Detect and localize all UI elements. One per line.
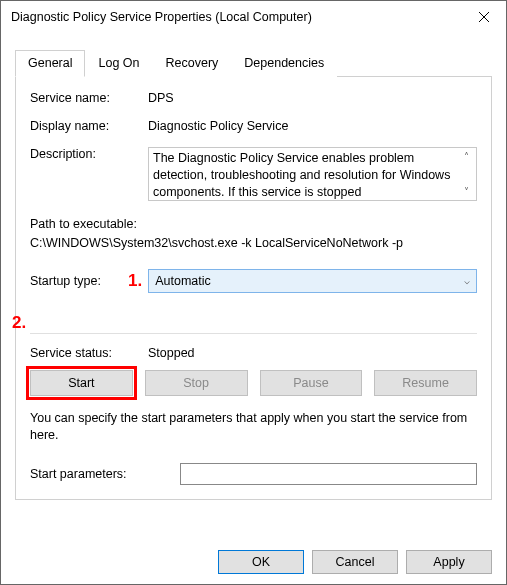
- startup-type-label: Startup type:: [30, 274, 128, 288]
- window-title: Diagnostic Policy Service Properties (Lo…: [11, 10, 461, 24]
- titlebar: Diagnostic Policy Service Properties (Lo…: [1, 1, 506, 33]
- service-status-value: Stopped: [148, 346, 195, 360]
- path-value: C:\WINDOWS\System32\svchost.exe -k Local…: [30, 234, 477, 253]
- close-icon: [479, 12, 489, 22]
- scroll-down-icon[interactable]: ˅: [459, 185, 474, 199]
- start-params-hint: You can specify the start parameters tha…: [30, 410, 477, 445]
- chevron-down-icon: ⌵: [464, 275, 470, 286]
- display-name-value: Diagnostic Policy Service: [148, 119, 477, 133]
- description-box: The Diagnostic Policy Service enables pr…: [148, 147, 477, 201]
- general-panel: Service name: DPS Display name: Diagnost…: [15, 77, 492, 500]
- start-button[interactable]: Start: [30, 370, 133, 396]
- tab-dependencies[interactable]: Dependencies: [231, 50, 337, 77]
- stop-button: Stop: [145, 370, 248, 396]
- display-name-label: Display name:: [30, 119, 148, 133]
- service-name-value: DPS: [148, 91, 477, 105]
- annotation-1: 1.: [128, 271, 142, 291]
- description-scrollbar[interactable]: ˄ ˅: [459, 150, 474, 198]
- startup-type-value: Automatic: [155, 274, 211, 288]
- service-name-label: Service name:: [30, 91, 148, 105]
- pause-button: Pause: [260, 370, 363, 396]
- service-status-label: Service status:: [30, 346, 148, 360]
- close-button[interactable]: [461, 1, 506, 33]
- start-params-input[interactable]: [180, 463, 477, 485]
- cancel-button[interactable]: Cancel: [312, 550, 398, 574]
- separator: [30, 333, 477, 334]
- apply-button[interactable]: Apply: [406, 550, 492, 574]
- path-label: Path to executable:: [30, 215, 477, 234]
- tab-general[interactable]: General: [15, 50, 85, 77]
- description-label: Description:: [30, 147, 148, 161]
- tab-logon[interactable]: Log On: [85, 50, 152, 77]
- annotation-2: 2.: [12, 313, 26, 333]
- description-text: The Diagnostic Policy Service enables pr…: [153, 151, 450, 199]
- resume-button: Resume: [374, 370, 477, 396]
- startup-type-select[interactable]: Automatic ⌵: [148, 269, 477, 293]
- properties-dialog: Diagnostic Policy Service Properties (Lo…: [0, 0, 507, 585]
- tab-strip: General Log On Recovery Dependencies: [15, 49, 492, 77]
- tab-recovery[interactable]: Recovery: [153, 50, 232, 77]
- scroll-up-icon[interactable]: ˄: [459, 150, 474, 164]
- dialog-footer: OK Cancel Apply: [218, 550, 492, 574]
- start-params-label: Start parameters:: [30, 467, 180, 481]
- ok-button[interactable]: OK: [218, 550, 304, 574]
